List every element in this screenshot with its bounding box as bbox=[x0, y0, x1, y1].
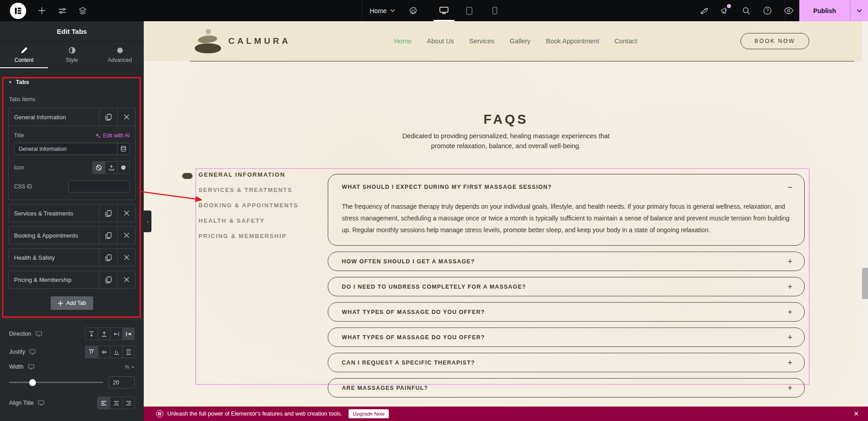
nav-gallery[interactable]: Gallery bbox=[510, 37, 531, 45]
add-element-button[interactable] bbox=[32, 0, 52, 21]
plus-icon[interactable]: + bbox=[788, 308, 793, 316]
repeater-item-label[interactable]: Services & Treatments bbox=[9, 205, 99, 222]
repeater-item-label[interactable]: General Information bbox=[9, 108, 99, 126]
page-settings-button[interactable] bbox=[403, 0, 423, 21]
direction-left-button[interactable] bbox=[122, 328, 134, 340]
remove-item-button[interactable] bbox=[117, 271, 135, 288]
edit-with-ai-button[interactable]: Edit with AI bbox=[95, 132, 130, 139]
upgrade-now-button[interactable]: Upgrade Now bbox=[349, 409, 388, 418]
book-now-button[interactable]: BOOK NOW bbox=[741, 33, 809, 49]
repeater-item-label[interactable]: Booking & Appointments bbox=[9, 227, 99, 244]
plus-icon[interactable]: + bbox=[788, 358, 793, 367]
css-id-input[interactable] bbox=[69, 181, 130, 192]
align-right-button[interactable] bbox=[122, 397, 134, 409]
justify-end-button[interactable] bbox=[110, 346, 122, 358]
structure-button[interactable] bbox=[72, 0, 93, 21]
icon-upload-button[interactable] bbox=[105, 162, 117, 173]
justify-label: Justify bbox=[9, 349, 25, 355]
nav-services[interactable]: Services bbox=[469, 37, 495, 45]
preview-button[interactable] bbox=[778, 0, 799, 21]
dynamic-tags-button[interactable] bbox=[117, 143, 129, 154]
help-button[interactable]: ? bbox=[757, 0, 778, 21]
nav-home[interactable]: Home bbox=[394, 37, 412, 45]
whats-new-button[interactable] bbox=[714, 0, 736, 21]
justify-center-button[interactable] bbox=[98, 346, 110, 358]
plus-icon[interactable]: + bbox=[788, 333, 793, 341]
duplicate-item-button[interactable] bbox=[99, 271, 117, 288]
faq-question-row[interactable]: WHAT TYPES OF MASSAGE DO YOU OFFER? + bbox=[328, 303, 804, 321]
width-unit-select[interactable]: % bbox=[125, 364, 135, 370]
faq-tab-services-treatments[interactable]: SERVICES & TREATMENTS bbox=[198, 187, 298, 193]
width-value-input[interactable] bbox=[109, 377, 134, 388]
publish-options-button[interactable] bbox=[850, 0, 868, 21]
repeater-item-label[interactable]: Pricing & Membership bbox=[9, 271, 99, 288]
site-settings-button[interactable] bbox=[52, 0, 72, 21]
checklist-button[interactable] bbox=[693, 0, 714, 21]
duplicate-item-button[interactable] bbox=[99, 205, 117, 222]
faq-tab-booking-appointments[interactable]: BOOKING & APPOINTMENTS bbox=[198, 202, 298, 209]
faq-question-row[interactable]: HOW OFTEN SHOULD I GET A MASSAGE? + bbox=[328, 252, 804, 271]
tab-content[interactable]: Content bbox=[0, 42, 48, 68]
nav-about-us[interactable]: About Us bbox=[427, 37, 454, 45]
sliders-icon bbox=[58, 7, 66, 14]
direction-right-button[interactable] bbox=[110, 328, 122, 340]
remove-item-button[interactable] bbox=[117, 108, 135, 126]
faq-question-row[interactable]: WHAT SHOULD I EXPECT DURING MY FIRST MAS… bbox=[328, 174, 804, 196]
direction-top-button[interactable] bbox=[85, 328, 98, 340]
direction-bottom-button[interactable] bbox=[98, 328, 110, 340]
faq-tab-general-information[interactable]: GENERAL INFORMATION bbox=[198, 171, 298, 178]
align-title-label: Align Title bbox=[9, 400, 33, 406]
width-slider[interactable] bbox=[9, 382, 103, 383]
tab-advanced[interactable]: Advanced bbox=[96, 42, 144, 68]
faq-question-row[interactable]: DO I NEED TO UNDRESS COMPLETELY FOR A MA… bbox=[328, 277, 804, 296]
remove-item-button[interactable] bbox=[117, 205, 135, 222]
publish-button[interactable]: Publish bbox=[799, 0, 850, 21]
plus-icon[interactable]: + bbox=[788, 384, 793, 392]
site-brand[interactable]: CALMURA bbox=[195, 28, 291, 54]
faq-question: ARE MASSAGES PAINFUL? bbox=[342, 385, 428, 391]
copy-icon bbox=[105, 276, 112, 283]
device-tablet-button[interactable] bbox=[457, 0, 482, 21]
faq-question-row[interactable]: ARE MASSAGES PAINFUL? + bbox=[328, 379, 804, 397]
tab-title-input[interactable] bbox=[14, 143, 117, 154]
add-tab-button[interactable]: Add Tab bbox=[51, 296, 94, 310]
plus-icon[interactable]: + bbox=[788, 257, 793, 266]
minus-icon[interactable]: − bbox=[788, 183, 793, 192]
remove-item-button[interactable] bbox=[117, 249, 135, 266]
page-switcher[interactable]: Home bbox=[362, 0, 403, 21]
device-mobile-button[interactable] bbox=[482, 0, 507, 21]
icon-none-button[interactable] bbox=[93, 162, 105, 173]
tabs-section-header[interactable]: ▾ Tabs bbox=[0, 69, 144, 85]
widget-drag-handle[interactable] bbox=[182, 173, 193, 179]
canvas-scrollbar[interactable] bbox=[862, 21, 868, 421]
canvas-scrollbar-thumb[interactable] bbox=[862, 268, 868, 299]
repeater-item-label[interactable]: Health & Safety bbox=[9, 249, 99, 266]
database-icon bbox=[121, 146, 126, 152]
duplicate-item-button[interactable] bbox=[99, 108, 117, 126]
elementor-logo[interactable] bbox=[10, 3, 26, 19]
device-desktop-button[interactable] bbox=[431, 0, 457, 21]
banner-close-button[interactable]: ✕ bbox=[854, 407, 859, 421]
panel-collapse-handle[interactable]: ‹ bbox=[144, 210, 151, 232]
finder-button[interactable] bbox=[736, 0, 757, 21]
page-switcher-label: Home bbox=[370, 7, 387, 14]
plus-icon[interactable]: + bbox=[788, 282, 793, 291]
nav-contact[interactable]: Contact bbox=[614, 37, 637, 45]
duplicate-item-button[interactable] bbox=[99, 227, 117, 244]
faq-question-row[interactable]: CAN I REQUEST A SPECIFIC THERAPIST? + bbox=[328, 353, 804, 372]
justify-start-button[interactable] bbox=[85, 346, 98, 358]
duplicate-item-button[interactable] bbox=[99, 249, 117, 266]
align-left-button[interactable] bbox=[98, 397, 110, 409]
faq-question-row[interactable]: WHAT TYPES OF MASSAGE DO YOU OFFER? + bbox=[328, 328, 804, 346]
align-center-button[interactable] bbox=[110, 397, 122, 409]
icon-library-button[interactable] bbox=[117, 162, 129, 173]
direction-right-icon bbox=[113, 331, 119, 337]
faq-tab-health-safety[interactable]: HEALTH & SAFETY bbox=[198, 217, 298, 224]
faq-tab-pricing-membership[interactable]: PRICING & MEMBERSHIP bbox=[198, 233, 298, 239]
tab-style[interactable]: Style bbox=[48, 42, 96, 68]
justify-stretch-button[interactable] bbox=[122, 346, 134, 358]
elementor-e-icon bbox=[158, 412, 161, 416]
nav-book-appointment[interactable]: Book Appointment bbox=[546, 37, 599, 45]
remove-item-button[interactable] bbox=[117, 227, 135, 244]
width-slider-handle[interactable] bbox=[29, 379, 36, 386]
